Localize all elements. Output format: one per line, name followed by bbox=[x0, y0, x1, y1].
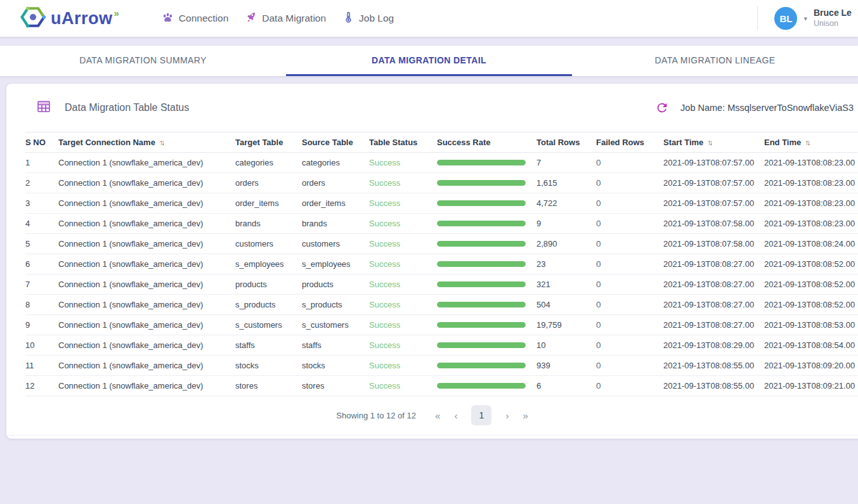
table-grid-icon bbox=[36, 99, 52, 117]
cell-end-time: 2021-09-13T08:08:52.00 bbox=[764, 275, 858, 295]
cell-source-table: orders bbox=[302, 173, 369, 193]
cell-s-no: 7 bbox=[25, 275, 58, 295]
cell-status: Success bbox=[369, 254, 437, 275]
cell-total-rows: 1,615 bbox=[536, 173, 596, 193]
nav-item-data-migration[interactable]: Data Migration bbox=[245, 11, 326, 26]
column-header-start-time[interactable]: Start Time↑↓ bbox=[663, 132, 764, 153]
tab-data-migration-lineage[interactable]: DATA MIGRATION LINEAGE bbox=[572, 46, 858, 76]
cell-end-time: 2021-09-13T08:09:20.00 bbox=[764, 356, 858, 376]
cell-end-time: 2021-09-13T08:08:23.00 bbox=[764, 193, 858, 214]
cell-source-table: s_products bbox=[302, 295, 369, 315]
prev-page-button[interactable]: ‹ bbox=[454, 410, 457, 421]
cell-success-rate bbox=[437, 234, 536, 254]
cell-start-time: 2021-09-13T08:08:29.00 bbox=[663, 335, 764, 356]
sort-icon[interactable]: ↑↓ bbox=[159, 138, 163, 147]
cell-success-rate bbox=[437, 193, 536, 214]
logo[interactable]: uArrow » bbox=[19, 3, 122, 34]
cell-total-rows: 939 bbox=[536, 356, 596, 376]
column-header-target-connection-name[interactable]: Target Connection Name↑↓ bbox=[58, 132, 235, 153]
column-header-s-no: S NO bbox=[25, 132, 58, 153]
cell-failed-rows: 0 bbox=[596, 295, 663, 315]
rocket-icon bbox=[245, 11, 257, 26]
user-names: Bruce Le Unison bbox=[814, 8, 858, 29]
table-row: 9Connection 1 (snowflake_america_dev)s_c… bbox=[25, 315, 858, 335]
first-page-button[interactable]: « bbox=[435, 410, 440, 421]
panel-title: Data Migration Table Status bbox=[65, 102, 189, 113]
cell-failed-rows: 0 bbox=[596, 315, 663, 335]
table-row: 4Connection 1 (snowflake_america_dev)bra… bbox=[25, 214, 858, 234]
cell-status: Success bbox=[369, 295, 437, 315]
nav-label: Connection bbox=[179, 13, 228, 24]
last-page-button[interactable]: » bbox=[523, 410, 528, 421]
column-label: End Time bbox=[764, 138, 801, 147]
cell-s-no: 1 bbox=[25, 153, 58, 173]
cell-status: Success bbox=[369, 173, 437, 193]
table-row: 1Connection 1 (snowflake_america_dev)cat… bbox=[25, 153, 858, 173]
cell-target-table: staffs bbox=[235, 335, 302, 356]
sort-icon[interactable]: ↑↓ bbox=[707, 138, 711, 147]
panel-header-left: Data Migration Table Status bbox=[36, 99, 189, 117]
cell-failed-rows: 0 bbox=[596, 214, 663, 234]
column-label: Table Status bbox=[369, 138, 417, 147]
cell-source-table: categories bbox=[302, 153, 369, 173]
sort-icon[interactable]: ↑↓ bbox=[805, 138, 809, 147]
column-label: Failed Rows bbox=[596, 138, 644, 147]
cell-s-no: 6 bbox=[25, 254, 58, 275]
cell-end-time: 2021-09-13T08:08:23.00 bbox=[764, 173, 858, 193]
table-header-row: S NOTarget Connection Name↑↓Target Table… bbox=[25, 132, 858, 153]
cell-s-no: 10 bbox=[25, 335, 58, 356]
cell-source-table: s_employees bbox=[302, 254, 369, 275]
success-rate-bar bbox=[437, 200, 526, 206]
column-label: S NO bbox=[25, 138, 46, 147]
cell-target-table: stores bbox=[235, 376, 302, 396]
cell-target-connection: Connection 1 (snowflake_america_dev) bbox=[58, 153, 235, 173]
success-rate-bar bbox=[437, 261, 526, 267]
column-header-source-table: Source Table bbox=[302, 132, 369, 153]
nav-label: Data Migration bbox=[262, 13, 326, 24]
refresh-icon[interactable] bbox=[655, 101, 669, 115]
user-name: Bruce Le bbox=[814, 8, 858, 19]
table-row: 12Connection 1 (snowflake_america_dev)st… bbox=[25, 376, 858, 396]
cell-failed-rows: 0 bbox=[596, 234, 663, 254]
cell-source-table: stocks bbox=[302, 356, 369, 376]
tab-data-migration-detail[interactable]: DATA MIGRATION DETAIL bbox=[286, 46, 572, 76]
cell-success-rate bbox=[437, 356, 536, 376]
column-header-end-time[interactable]: End Time↑↓ bbox=[764, 132, 858, 153]
cell-s-no: 9 bbox=[25, 315, 58, 335]
cell-end-time: 2021-09-13T08:08:54.00 bbox=[764, 335, 858, 356]
table-row: 6Connection 1 (snowflake_america_dev)s_e… bbox=[25, 254, 858, 275]
cell-target-connection: Connection 1 (snowflake_america_dev) bbox=[58, 376, 235, 396]
chevron-down-icon[interactable]: ▾ bbox=[803, 15, 807, 23]
nav-item-connection[interactable]: Connection bbox=[161, 11, 228, 27]
cell-target-connection: Connection 1 (snowflake_america_dev) bbox=[58, 193, 235, 214]
migration-table: S NOTarget Connection Name↑↓Target Table… bbox=[25, 132, 858, 396]
column-label: Target Table bbox=[235, 138, 283, 147]
cell-target-connection: Connection 1 (snowflake_america_dev) bbox=[58, 356, 235, 376]
cell-status: Success bbox=[369, 376, 437, 396]
current-page-button[interactable]: 1 bbox=[471, 405, 491, 425]
cell-end-time: 2021-09-13T08:08:23.00 bbox=[764, 153, 858, 173]
avatar[interactable]: BL bbox=[774, 7, 797, 30]
app-root: uArrow » Connection bbox=[0, 0, 858, 439]
table-row: 10Connection 1 (snowflake_america_dev)st… bbox=[25, 335, 858, 356]
tab-data-migration-summary[interactable]: DATA MIGRATION SUMMARY bbox=[0, 46, 286, 76]
nav-item-job-log[interactable]: Job Log bbox=[342, 11, 394, 26]
success-rate-bar bbox=[437, 160, 526, 165]
table-container: S NOTarget Connection Name↑↓Target Table… bbox=[6, 132, 858, 396]
cell-total-rows: 4,722 bbox=[536, 193, 596, 214]
cell-end-time: 2021-09-13T08:08:52.00 bbox=[764, 295, 858, 315]
cell-target-connection: Connection 1 (snowflake_america_dev) bbox=[58, 214, 235, 234]
cell-source-table: order_items bbox=[302, 193, 369, 214]
cell-source-table: brands bbox=[302, 214, 369, 234]
pagination: Showing 1 to 12 of 12 « ‹ 1 › » bbox=[6, 396, 858, 436]
success-rate-bar bbox=[437, 322, 526, 328]
user-area: BL ▾ Bruce Le Unison bbox=[757, 6, 858, 30]
success-rate-bar bbox=[437, 180, 526, 186]
cell-end-time: 2021-09-13T08:08:52.00 bbox=[764, 254, 858, 275]
next-page-button[interactable]: › bbox=[505, 410, 509, 421]
cell-start-time: 2021-09-13T08:08:27.00 bbox=[663, 295, 764, 315]
cell-end-time: 2021-09-13T08:08:24.00 bbox=[764, 234, 858, 254]
cell-total-rows: 10 bbox=[536, 335, 596, 356]
cell-status: Success bbox=[369, 275, 437, 295]
top-header: uArrow » Connection bbox=[0, 0, 858, 37]
